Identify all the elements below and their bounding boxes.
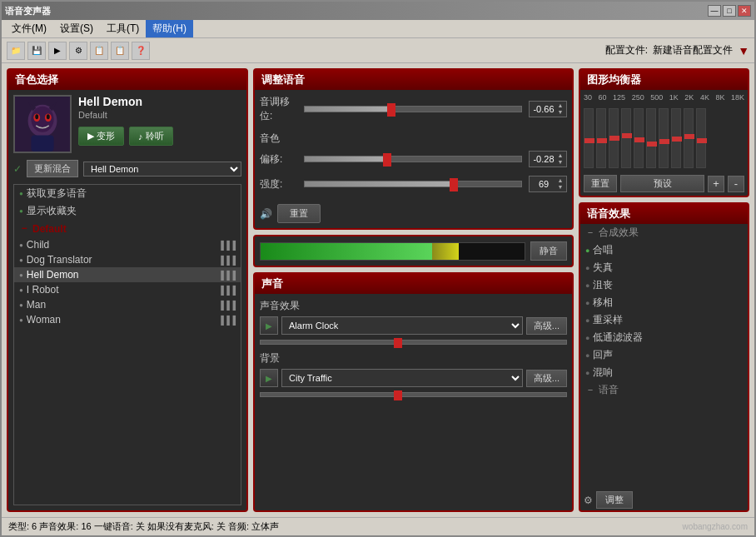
sound-effect-play[interactable]: ▶ xyxy=(260,316,278,335)
voice-dropdown[interactable]: Hell Demon xyxy=(83,162,241,177)
strength-label: 强度: xyxy=(260,177,297,191)
eq-bar-7[interactable] xyxy=(659,108,669,168)
voice-item-helldemon[interactable]: ● Hell Demon ▐▐▐ xyxy=(14,267,241,282)
reset-row: 🔊 重置 xyxy=(260,204,567,223)
pitch-spin[interactable]: ▲▼ xyxy=(556,102,565,116)
dot-gray-icon: ● xyxy=(19,241,23,249)
effect-chorus[interactable]: ● 合唱 xyxy=(580,241,748,259)
meter-bar xyxy=(260,242,525,261)
offset-value: ▲▼ xyxy=(529,151,567,167)
strength-input[interactable] xyxy=(531,179,556,189)
pitch-slider[interactable] xyxy=(304,106,522,112)
effects-controls: ⚙ 调整 xyxy=(580,488,748,510)
dot-gray-lowpass: ● xyxy=(585,334,589,342)
sound-effect-advanced[interactable]: 高级... xyxy=(526,317,567,335)
eq-header: 图形均衡器 xyxy=(580,70,748,90)
bg-advanced[interactable]: 高级... xyxy=(526,370,567,387)
eq-bar-5[interactable] xyxy=(634,108,644,168)
bars-icon: ▐▐▐ xyxy=(218,241,236,250)
effect-resample[interactable]: ● 重采样 xyxy=(580,311,748,329)
show-favorites[interactable]: ● 显示收藏夹 xyxy=(14,202,241,220)
pitch-label: 音调移位: xyxy=(260,95,297,123)
dot-gray-icon-6: ● xyxy=(19,316,23,324)
filter-icon[interactable]: ▼ xyxy=(738,44,749,57)
eq-reset-button[interactable]: 重置 xyxy=(584,175,617,192)
sound-effect-select[interactable]: Alarm Clock xyxy=(281,316,523,335)
bg-select[interactable]: City Traffic xyxy=(281,369,523,387)
strength-spin[interactable]: ▲▼ xyxy=(556,177,565,191)
toolbar-btn-4[interactable]: ⚙ xyxy=(69,42,87,60)
effect-distortion[interactable]: ● 失真 xyxy=(580,259,748,276)
eq-remove-button[interactable]: - xyxy=(728,176,744,192)
voice-item-child[interactable]: ● Child ▐▐▐ xyxy=(14,237,241,252)
toolbar-btn-6[interactable]: 📋 xyxy=(111,42,129,60)
offset-spin[interactable]: ▲▼ xyxy=(556,152,565,166)
close-button[interactable]: ✕ xyxy=(738,5,751,17)
toolbar-btn-1[interactable]: 📁 xyxy=(7,42,25,60)
eq-bar-6[interactable] xyxy=(646,108,656,168)
toolbar-buttons: 📁 💾 ▶ ⚙ 📋 📋 ❓ xyxy=(7,42,150,60)
menu-tools[interactable]: 工具(T) xyxy=(100,20,146,37)
toolbar-right: 配置文件: 新建语音配置文件 ▼ xyxy=(605,43,749,57)
sound-content: 声音效果 ▶ Alarm Clock 高级... xyxy=(255,294,572,510)
bg-row: ▶ City Traffic 高级... xyxy=(260,369,567,387)
eq-bar-10[interactable] xyxy=(696,108,706,168)
voice-item-man[interactable]: ● Man ▐▐▐ xyxy=(14,297,241,312)
mute-button[interactable]: 静音 xyxy=(530,241,567,261)
eq-bar-8[interactable] xyxy=(671,108,681,168)
menu-help[interactable]: 帮助(H) xyxy=(146,20,193,37)
toolbar-btn-5[interactable]: 📋 xyxy=(90,42,108,60)
eq-content: 30 60 125 250 500 1K 2K 4K 8K 18K xyxy=(580,90,748,196)
effect-reverb[interactable]: ● 混响 xyxy=(580,364,748,381)
effect-lowpass[interactable]: ● 低通滤波器 xyxy=(580,329,748,346)
voice-item-dog[interactable]: ● Dog Translator ▐▐▐ xyxy=(14,252,241,267)
eq-bar-2[interactable] xyxy=(596,108,606,168)
dot-green-chorus: ● xyxy=(585,246,589,255)
voice-item-woman[interactable]: ● Woman ▐▐▐ xyxy=(14,312,241,327)
menu-file[interactable]: 文件(M) xyxy=(5,20,53,37)
toolbar-btn-2[interactable]: 💾 xyxy=(27,42,46,60)
offset-slider[interactable] xyxy=(304,156,522,162)
get-more-voices[interactable]: ● 获取更多语音 xyxy=(14,185,241,202)
voice-item-irobot[interactable]: ● I Robot ▐▐▐ xyxy=(14,282,241,297)
adjust-reset-button[interactable]: 重置 xyxy=(277,204,321,223)
effects-group-label: 合成效果 xyxy=(599,226,639,240)
voice-list-area: ● 获取更多语音 ● 显示收藏夹 － Default ● xyxy=(13,184,241,505)
effect-echo[interactable]: ● 回声 xyxy=(580,346,748,364)
adjust-content: 音调移位: ▲▼ 音色 偏移: xyxy=(255,90,572,228)
sound-effect-title: 声音效果 xyxy=(260,299,567,313)
pitch-value: ▲▼ xyxy=(529,101,567,117)
eq-bar-9[interactable] xyxy=(684,108,694,168)
update-row: ✓ 更新混合 Hell Demon xyxy=(13,160,241,177)
offset-input[interactable] xyxy=(531,154,556,164)
toolbar-btn-7[interactable]: ❓ xyxy=(132,42,150,60)
eq-preset-button[interactable]: 预设 xyxy=(620,175,704,192)
voice-name: Hell Demon xyxy=(78,95,241,108)
effects-adjust-button[interactable]: 调整 xyxy=(596,491,633,509)
pitch-row: 音调移位: ▲▼ xyxy=(260,95,567,123)
offset-label: 偏移: xyxy=(260,152,297,167)
bg-slider[interactable] xyxy=(260,392,567,397)
eq-freq-125: 125 xyxy=(613,93,625,102)
eq-add-button[interactable]: + xyxy=(708,176,724,192)
effect-phaser[interactable]: ● 移相 xyxy=(580,294,748,311)
eq-bar-3[interactable] xyxy=(609,108,619,168)
update-blend-button[interactable]: 更新混合 xyxy=(27,160,78,177)
minus-icon-effects: － xyxy=(585,226,595,240)
strength-slider[interactable] xyxy=(304,181,522,187)
listen-button[interactable]: ♪ 聆听 xyxy=(129,127,173,146)
bg-play[interactable]: ▶ xyxy=(260,369,278,387)
sound-effect-section: 声音效果 ▶ Alarm Clock 高级... xyxy=(260,299,567,345)
effects-group-voice: － 语音 xyxy=(580,381,748,399)
menu-settings[interactable]: 设置(S) xyxy=(53,20,100,37)
pitch-input[interactable] xyxy=(531,104,556,114)
toolbar-btn-3[interactable]: ▶ xyxy=(48,42,67,60)
eq-bar-1[interactable] xyxy=(584,108,594,168)
maximize-button[interactable]: □ xyxy=(723,5,736,17)
effect-depression[interactable]: ● 沮丧 xyxy=(580,276,748,294)
minus-icon-voice: － xyxy=(585,383,595,397)
transform-button[interactable]: ▶ 变形 xyxy=(78,127,124,146)
eq-bar-4[interactable] xyxy=(621,108,631,168)
sound-effect-slider[interactable] xyxy=(260,340,567,345)
minimize-button[interactable]: — xyxy=(708,5,721,17)
